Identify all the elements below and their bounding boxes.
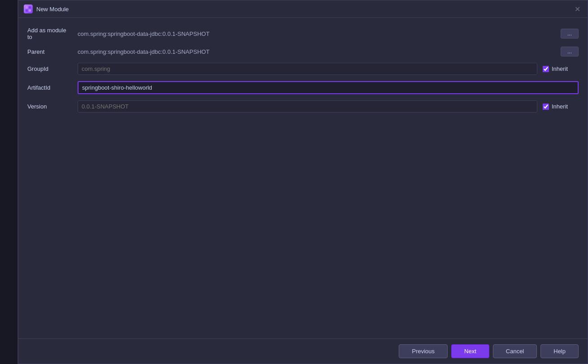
version-inherit-group: Inherit [543, 103, 579, 110]
close-icon: ✕ [575, 5, 580, 13]
group-id-label: GroupId [27, 65, 72, 72]
ide-sidebar [0, 0, 18, 364]
version-inherit-label: Inherit [552, 103, 568, 110]
group-id-inherit-checkbox[interactable] [543, 66, 549, 72]
artifact-id-input[interactable] [78, 81, 579, 94]
previous-button[interactable]: Previous [399, 344, 448, 358]
parent-row: Parent com.spring:springboot-data-jdbc:0… [27, 47, 579, 56]
add-as-module-row: Add as module to com.spring:springboot-d… [27, 27, 579, 40]
svg-rect-1 [29, 6, 31, 9]
help-button[interactable]: Help [540, 344, 579, 358]
add-as-module-label: Add as module to [27, 27, 72, 40]
new-module-dialog: New Module ✕ Add as module to com.spring… [18, 0, 588, 364]
title-bar-left: New Module [24, 4, 69, 13]
next-button[interactable]: Next [451, 344, 489, 358]
group-id-input[interactable] [78, 63, 537, 75]
version-row: Version Inherit [27, 100, 579, 113]
artifact-id-row: ArtifactId [27, 81, 579, 94]
group-id-inherit-label: Inherit [552, 65, 568, 72]
parent-label: Parent [27, 48, 72, 55]
add-as-module-browse-button[interactable]: ... [561, 29, 579, 39]
add-as-module-value: com.spring:springboot-data-jdbc:0.0.1-SN… [78, 30, 555, 37]
cancel-button[interactable]: Cancel [493, 344, 537, 358]
title-bar: New Module ✕ [18, 0, 588, 18]
svg-rect-3 [29, 9, 31, 12]
group-id-row: GroupId Inherit [27, 63, 579, 75]
dialog-footer: Previous Next Cancel Help [18, 338, 588, 364]
artifact-id-label: ArtifactId [27, 84, 72, 91]
version-label: Version [27, 103, 72, 110]
parent-value: com.spring:springboot-data-jdbc:0.0.1-SN… [78, 48, 555, 55]
svg-rect-0 [26, 6, 28, 9]
app-icon [24, 4, 33, 13]
group-id-inherit-group: Inherit [543, 65, 579, 72]
version-inherit-checkbox[interactable] [543, 104, 549, 110]
svg-rect-2 [26, 9, 28, 12]
dialog-content: Add as module to com.spring:springboot-d… [18, 18, 588, 338]
parent-browse-button[interactable]: ... [561, 47, 579, 56]
close-button[interactable]: ✕ [572, 4, 582, 14]
version-input[interactable] [78, 100, 537, 113]
dialog-title: New Module [36, 6, 69, 13]
